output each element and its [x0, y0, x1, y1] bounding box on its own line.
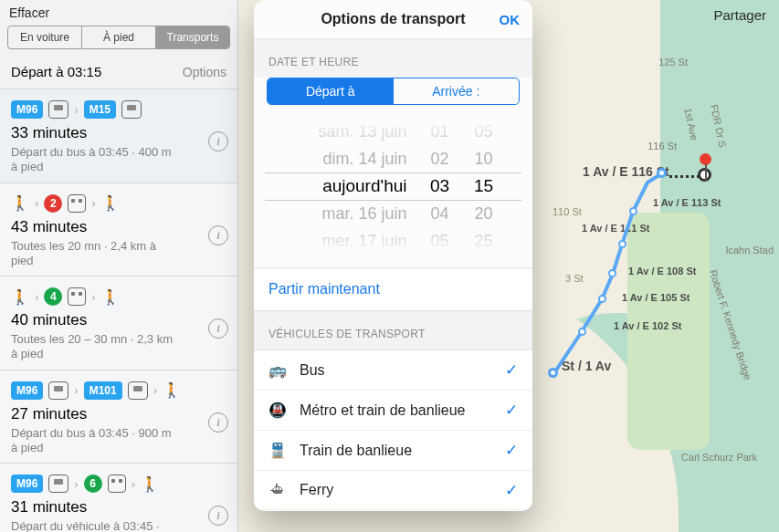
picker-cell[interactable]: sam. 13 juin: [318, 118, 406, 145]
datetime-picker[interactable]: sam. 13 juindim. 14 juinaujourd'huimar. …: [254, 118, 532, 255]
picker-cell[interactable]: mar. 16 juin: [321, 200, 406, 227]
picker-cell[interactable]: 01: [430, 118, 448, 145]
picker-cell[interactable]: 02: [430, 145, 448, 172]
vehicle-label: Ferry: [300, 482, 333, 498]
picker-cell[interactable]: 05: [430, 227, 448, 255]
transport-mode-segmented[interactable]: En voiture À pied Transports: [7, 26, 230, 49]
chevron-right-icon: ›: [74, 383, 78, 397]
chevron-right-icon: ›: [91, 290, 95, 304]
picker-cell[interactable]: mer. 17 juin: [321, 227, 406, 255]
route-duration: 43 minutes: [11, 218, 226, 236]
vehicle-row[interactable]: 🚆Train de banlieue✓: [254, 431, 532, 471]
route-subtitle: Départ du bus à 03:45 · 900 m à pied: [11, 426, 180, 456]
picker-minute-column[interactable]: 0510152025: [462, 118, 506, 255]
chevron-right-icon: ›: [74, 103, 78, 117]
vehicle-row[interactable]: ⛴Ferry✓: [254, 471, 532, 510]
route-badge: M15: [84, 100, 116, 119]
walk-icon: 🚶: [11, 288, 29, 306]
date-section-label: DATE ET HEURE: [254, 39, 532, 78]
routes-list: M96›M1533 minutesDépart du bus à 03:45 ·…: [0, 89, 237, 532]
check-icon: ✓: [505, 360, 518, 380]
check-icon: ✓: [505, 401, 518, 420]
train-icon: [68, 194, 86, 213]
transport-options-modal: Options de transport OK DATE ET HEURE Dé…: [254, 0, 532, 511]
walk-icon: 🚶: [141, 475, 159, 493]
route-item[interactable]: M96›M101›🚶27 minutesDépart du bus à 03:4…: [0, 370, 237, 464]
walk-icon: 🚶: [101, 194, 120, 212]
route-item[interactable]: M96›M1533 minutesDépart du bus à 03:45 ·…: [0, 89, 237, 183]
vehicle-icon: ⛴: [268, 482, 287, 498]
check-icon: ✓: [505, 441, 518, 460]
walk-icon: 🚶: [163, 381, 181, 399]
picker-cell[interactable]: 15: [474, 172, 493, 200]
info-icon[interactable]: i: [208, 506, 228, 526]
bus-icon: [48, 100, 68, 119]
destination-pin-icon: [700, 153, 711, 165]
vehicle-label: Métro et train de banlieue: [300, 402, 465, 419]
route-item[interactable]: 🚶›4›🚶40 minutesToutes les 20 – 30 mn · 2…: [0, 276, 237, 370]
vehicle-icon: 🚇: [268, 402, 287, 419]
segment-depart[interactable]: Départ à: [268, 78, 394, 104]
segment-arrive[interactable]: Arrivée :: [394, 78, 520, 104]
picker-cell[interactable]: 03: [430, 172, 449, 200]
check-icon: ✓: [505, 481, 518, 500]
train-icon: [108, 475, 126, 493]
picker-cell[interactable]: 10: [474, 145, 492, 172]
line-circle-icon: 4: [44, 287, 62, 306]
chevron-right-icon: ›: [91, 196, 95, 210]
route-subtitle: Départ du bus à 03:45 · 400 m à pied: [11, 145, 180, 175]
mode-transit[interactable]: Transports: [155, 26, 229, 48]
picker-cell[interactable]: 20: [474, 200, 492, 227]
vehicle-label: Train de banlieue: [300, 443, 412, 459]
info-icon[interactable]: i: [208, 318, 228, 339]
options-button[interactable]: Options: [183, 65, 226, 79]
picker-cell[interactable]: 04: [430, 200, 448, 227]
info-icon[interactable]: i: [208, 412, 228, 433]
route-duration: 33 minutes: [11, 124, 226, 142]
route-subtitle: Toutes les 20 mn · 2,4 km à pied: [11, 239, 180, 269]
route-duration: 40 minutes: [11, 311, 226, 329]
modal-title: Options de transport: [321, 11, 465, 27]
route-badge: M101: [84, 381, 122, 400]
chevron-right-icon: ›: [153, 383, 157, 397]
line-circle-icon: 2: [44, 194, 62, 213]
route-item[interactable]: 🚶›2›🚶43 minutesToutes les 20 mn · 2,4 km…: [0, 183, 237, 276]
route-subtitle: Toutes les 20 – 30 mn · 2,3 km à pied: [11, 332, 180, 362]
picker-cell[interactable]: 05: [474, 118, 492, 145]
bus-icon: [48, 475, 68, 493]
chevron-right-icon: ›: [35, 290, 38, 304]
vehicle-label: Bus: [300, 362, 325, 379]
picker-cell[interactable]: dim. 14 juin: [322, 145, 406, 172]
chevron-right-icon: ›: [74, 477, 78, 491]
info-icon[interactable]: i: [208, 225, 228, 245]
depart-time-label: Départ à 03:15: [11, 64, 101, 79]
picker-hour-column[interactable]: 0102030405: [418, 118, 462, 255]
directions-panel: Effacer En voiture À pied Transports Dép…: [0, 0, 238, 532]
vehicle-icon: 🚆: [268, 442, 287, 459]
clear-button[interactable]: Effacer: [9, 5, 49, 20]
share-button[interactable]: Partager: [713, 7, 766, 23]
walk-icon: 🚶: [101, 288, 120, 306]
vehicle-row[interactable]: 🚌Bus✓: [254, 350, 532, 391]
vehicles-section-label: VÉHICULES DE TRANSPORT: [254, 311, 532, 349]
route-item[interactable]: M96›6›🚶31 minutesDépart du véhicule à 03…: [0, 463, 237, 532]
route-badge: M96: [11, 381, 43, 400]
route-badge: M96: [11, 475, 43, 493]
vehicle-row[interactable]: 🚇Métro et train de banlieue✓: [254, 391, 532, 431]
bus-icon: [48, 381, 68, 400]
picker-date-column[interactable]: sam. 13 juindim. 14 juinaujourd'huimar. …: [281, 118, 418, 255]
depart-arrive-segmented[interactable]: Départ à Arrivée :: [267, 78, 520, 105]
mode-car[interactable]: En voiture: [8, 26, 81, 48]
mode-walk[interactable]: À pied: [81, 26, 155, 48]
leave-now-button[interactable]: Partir maintenant: [254, 267, 532, 311]
ok-button[interactable]: OK: [500, 12, 521, 27]
chevron-right-icon: ›: [132, 477, 135, 491]
route-duration: 27 minutes: [11, 405, 226, 423]
chevron-right-icon: ›: [35, 196, 38, 210]
info-icon[interactable]: i: [208, 131, 228, 151]
picker-cell[interactable]: 25: [474, 227, 492, 255]
bus-icon: [121, 100, 142, 119]
train-icon: [68, 287, 86, 306]
picker-cell[interactable]: aujourd'hui: [322, 172, 406, 200]
vehicle-icon: 🚌: [268, 361, 287, 379]
